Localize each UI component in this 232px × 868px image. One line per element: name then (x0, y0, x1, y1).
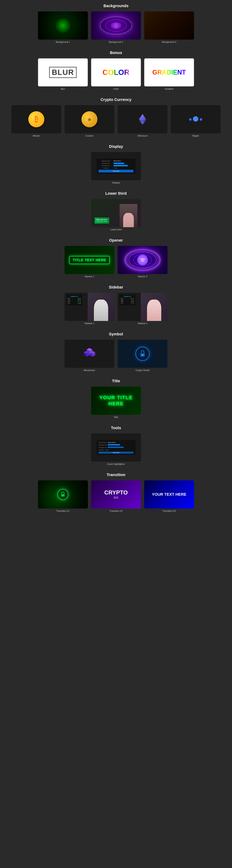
title-label: Title (114, 416, 118, 418)
sidebar2-panel: Crypto Pro ETH$2.1K BNB$380 XRP$0.82 LTC… (120, 294, 135, 305)
lower-third-title-text: YOUR TEXT HERE (96, 221, 107, 222)
opener1-thumb: TITLE TEXT HERE (65, 246, 114, 274)
sidebar-grid: Crypto Pro BTC$32K ETH$2.1K XRP$0.78 LTC… (0, 293, 232, 325)
tools-grid: CryptocurrencyBitcoin (BTC) Exchange rat… (0, 433, 232, 465)
sidebar2-person (141, 293, 167, 321)
lower-third-title: Lower third (0, 191, 232, 196)
transition2-text: CRYPTO (104, 489, 128, 496)
ripple-card[interactable]: Ripple (171, 105, 221, 137)
transition1-card[interactable]: Transition 01 (38, 480, 88, 512)
sidebar1-card[interactable]: Crypto Pro BTC$32K ETH$2.1K XRP$0.78 LTC… (65, 293, 114, 325)
cryptoshield-icon (135, 347, 150, 361)
transition1-lock-icon (58, 489, 68, 500)
display-row-3: Exchange rate (99, 164, 133, 166)
zoom-panel: CryptocurrencyBitcoin (BTC) Exchange rat… (96, 440, 136, 455)
svg-point-19 (62, 495, 63, 496)
crypto-section: Crypto Currency ₿ Bitcoin ● Custom (0, 94, 232, 141)
cryptoshield-card[interactable]: Crypto Shield (118, 340, 167, 372)
transition1-thumb (38, 480, 88, 508)
color-card[interactable]: COLOR Color (91, 58, 141, 90)
custom-label: Custom (86, 134, 94, 137)
sidebar1-person (88, 293, 114, 321)
lock-svg-icon (60, 492, 65, 497)
zoom-card[interactable]: CryptocurrencyBitcoin (BTC) Exchange rat… (91, 433, 141, 465)
title-section: Title YOUR TITLEHERE Title (0, 375, 232, 422)
display-panel: Cryptocurrency Bitcoin (BTC) Exchange ra… (96, 158, 136, 174)
blockchain-card[interactable]: Blockchain (65, 340, 114, 372)
gradient-card[interactable]: GRADIENT Gradient (144, 58, 194, 90)
bitcoin-card[interactable]: ₿ Bitcoin (11, 105, 61, 137)
opener2-thumb: CryptoPro (118, 246, 167, 274)
zoom-thumb: CryptocurrencyBitcoin (BTC) Exchange rat… (91, 433, 141, 462)
blur-card[interactable]: BLUR Blur (38, 58, 88, 90)
sidebar2-card[interactable]: Crypto Pro ETH$2.1K BNB$380 XRP$0.82 LTC… (118, 293, 167, 325)
opener2-spiral: CryptoPro (125, 249, 160, 271)
bitcoin-label: Bitcoin (33, 134, 40, 137)
bitcoin-thumb: ₿ (11, 105, 61, 133)
ripple-icon (189, 117, 202, 122)
ethereum-card[interactable]: Ethereum (118, 105, 167, 137)
opener-title: Opener (0, 238, 232, 243)
bitcoin-bg-icon: ₿ (58, 20, 68, 31)
transition2-sub-text: MA (104, 496, 128, 500)
display-row-2: Exchange rate (99, 162, 133, 164)
display-card[interactable]: Cryptocurrency Bitcoin (BTC) Exchange ra… (91, 152, 141, 184)
ethereum-icon (136, 113, 149, 126)
bonus-title: Bonus (0, 51, 232, 55)
lock-icon (139, 350, 146, 358)
symbol-section: Symbol (0, 328, 232, 375)
color-text: COLOR (102, 68, 130, 77)
crypto-grid: ₿ Bitcoin ● Custom (0, 105, 232, 137)
lower-third-card[interactable]: More text here YOUR TEXT HERE Lower thir… (91, 199, 141, 231)
zoom-text: CryptocurrencyBitcoin (BTC) Exchange rat… (99, 441, 133, 451)
opener-section: Opener TITLE TEXT HERE Opener 1 CryptoPr… (0, 235, 232, 281)
color-label: Color (113, 88, 119, 90)
lower-third-bar: More text here YOUR TEXT HERE (95, 218, 109, 224)
color-thumb: COLOR (91, 58, 141, 87)
background-2-label: Background 2 (109, 41, 123, 43)
background-2-thumb (91, 11, 141, 39)
custom-card[interactable]: ● Custom (65, 105, 114, 137)
tools-title: Tools (0, 426, 232, 430)
title-card[interactable]: YOUR TITLEHERE Title (91, 386, 141, 418)
custom-coin-icon: ● (81, 111, 97, 127)
transition3-card[interactable]: YOUR TEXT HERE Transition 03 (144, 480, 194, 512)
title-grid: YOUR TITLEHERE Title (0, 386, 232, 418)
background-2-card[interactable]: Background 2 (91, 11, 141, 43)
opener2-label: Opener 2 (138, 275, 147, 278)
blockchain-label: Blockchain (84, 369, 95, 372)
transition2-card[interactable]: CRYPTO MA Transition 02 (91, 480, 141, 512)
ethereum-thumb (118, 105, 167, 133)
transition2-label: Transition 02 (109, 509, 123, 512)
opener2-logo: CryptoPro (137, 255, 148, 265)
transition-title: Transition (0, 472, 232, 477)
symbol-title: Symbol (0, 332, 232, 337)
transition3-thumb: YOUR TEXT HERE (144, 480, 194, 508)
blur-text: BLUR (49, 67, 77, 78)
blur-label: Blur (61, 88, 65, 90)
sidebar2-thumb: Crypto Pro ETH$2.1K BNB$380 XRP$0.82 LTC… (118, 293, 167, 321)
gradient-text: GRADIENT (152, 69, 186, 76)
display-grid: Cryptocurrency Bitcoin (BTC) Exchange ra… (0, 152, 232, 184)
bonus-grid: BLUR Blur COLOR Color GRADIENT Gradient (0, 58, 232, 90)
lower-third-person-bg (120, 204, 137, 227)
opener1-card[interactable]: TITLE TEXT HERE Opener 1 (65, 246, 114, 278)
opener2-card[interactable]: CryptoPro Opener 2 (118, 246, 167, 278)
display-row-1: Cryptocurrency Bitcoin (BTC) (99, 160, 133, 162)
background-1-card[interactable]: ₿ Background 1 (38, 11, 88, 43)
opener-grid: TITLE TEXT HERE Opener 1 CryptoPro Opene… (0, 246, 232, 278)
lower-third-name-text: More text here (96, 219, 107, 221)
lower-third-thumb: More text here YOUR TEXT HERE (91, 199, 141, 227)
sidebar-section: Sidebar Crypto Pro BTC$32K ETH$2.1K XRP$… (0, 281, 232, 328)
background-3-card[interactable]: Background 3 (144, 11, 194, 43)
ripple-label: Ripple (193, 134, 199, 137)
transition2-content: CRYPTO MA (104, 489, 128, 500)
backgrounds-grid: ₿ Background 1 Background 2 Background 3 (0, 11, 232, 43)
blockchain-icon (80, 347, 98, 361)
transition3-label: Transition 03 (163, 509, 176, 512)
display-label: Display (112, 181, 120, 184)
ripple-thumb (171, 105, 221, 133)
svg-point-17 (142, 354, 143, 356)
custom-thumb: ● (65, 105, 114, 133)
display-row-4: Trending ↑ 5.2% (99, 167, 133, 169)
